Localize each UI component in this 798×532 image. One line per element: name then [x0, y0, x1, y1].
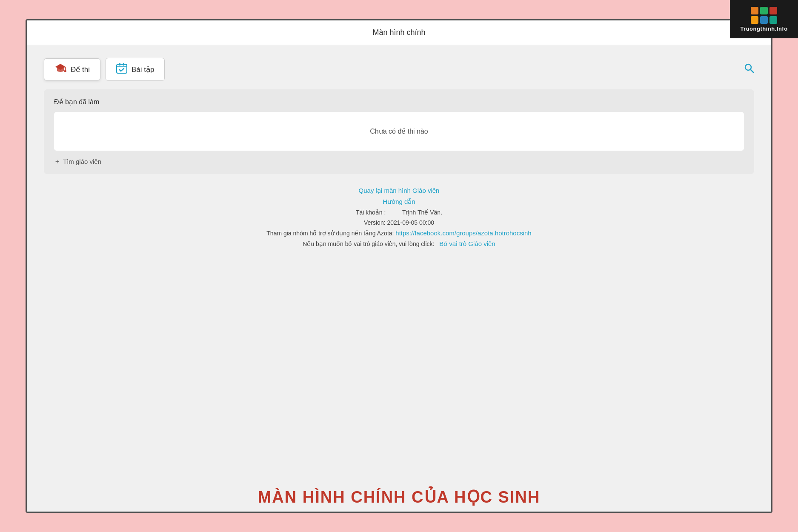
svg-rect-5	[123, 63, 124, 66]
search-button[interactable]	[744, 63, 754, 76]
logo-dot	[760, 16, 768, 24]
logo-dot	[751, 16, 758, 24]
empty-exams-box: Chưa có đề thi nào	[54, 112, 744, 151]
tab-baitap[interactable]: Bài tập	[106, 58, 165, 81]
window-title: Màn hình chính	[372, 28, 425, 37]
tab-dethi-label: Đề thi	[71, 65, 90, 74]
window-title-bar: Màn hình chính	[27, 20, 771, 45]
window-content: Đề thi Bài tập	[27, 45, 771, 512]
logo-dot	[751, 7, 758, 14]
remove-role-text: Nếu bạn muốn bỏ vai trò giáo viên, vui l…	[303, 240, 434, 247]
logo-dot	[769, 16, 777, 24]
dethi-icon	[54, 63, 66, 76]
tab-baitap-label: Bài tập	[132, 65, 154, 74]
group-info: Tham gia nhóm hỗ trợ sử dụng nền tảng Az…	[266, 229, 531, 237]
link-guide[interactable]: Hướng dẫn	[383, 198, 415, 206]
main-window: Màn hình chính Đề thi	[26, 19, 772, 513]
svg-rect-4	[119, 63, 120, 66]
svg-point-2	[64, 70, 66, 72]
tab-bar: Đề thi Bài tập	[44, 58, 754, 81]
tab-dethi[interactable]: Đề thi	[44, 58, 100, 80]
svg-rect-3	[117, 64, 127, 73]
find-teacher-button[interactable]: ＋ Tìm giáo viên	[54, 157, 101, 166]
version-info: Version: 2021-09-05 00:00	[364, 219, 434, 226]
link-back-teacher[interactable]: Quay lại màn hình Giáo viên	[359, 187, 440, 194]
footer-info: Quay lại màn hình Giáo viên Hướng dẫn Tà…	[44, 187, 754, 248]
baitap-icon	[116, 63, 127, 76]
remove-role-info: Nếu bạn muốn bỏ vai trò giáo viên, vui l…	[303, 240, 495, 248]
account-info: Tài khoản : Trịnh Thế Vân.	[356, 209, 442, 216]
bottom-caption: MÀN HÌNH CHÍNH CỦA HỌC SINH	[0, 488, 798, 506]
group-text: Tham gia nhóm hỗ trợ sử dụng nền tảng Az…	[266, 230, 394, 237]
card-title: Đề bạn đã làm	[54, 98, 744, 106]
logo-dots	[751, 7, 777, 24]
content-card: Đề bạn đã làm Chưa có đề thi nào ＋ Tìm g…	[44, 89, 754, 174]
logo-dot	[769, 7, 777, 14]
account-value: Trịnh Thế Vân.	[402, 209, 442, 216]
account-label: Tài khoản :	[356, 209, 386, 216]
group-link[interactable]: https://facebook.com/groups/azota.hotroh…	[395, 229, 531, 237]
remove-role-link[interactable]: Bỏ vai trò Giáo viên	[439, 240, 495, 247]
svg-line-8	[751, 70, 754, 73]
empty-message: Chưa có đề thi nào	[370, 128, 428, 135]
logo-corner: Truongthinh.Info	[730, 0, 798, 38]
logo-text: Truongthinh.Info	[740, 26, 787, 32]
logo-dot	[760, 7, 768, 14]
svg-rect-1	[65, 67, 66, 71]
plus-icon: ＋	[54, 157, 60, 166]
find-teacher-label: Tìm giáo viên	[63, 158, 101, 165]
